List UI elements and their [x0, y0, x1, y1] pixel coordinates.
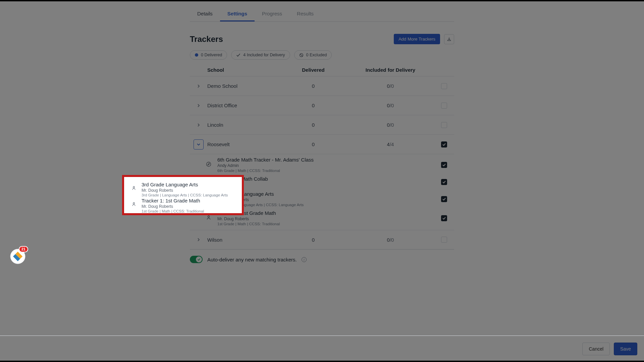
expand-toggle[interactable]	[194, 120, 204, 130]
auto-deliver-label: Auto-deliver any new matching trackers.	[207, 257, 297, 262]
tracker-author: Mr. Doug Roberts	[142, 204, 204, 209]
hl-row-2: Tracker 1: 1st Grade Math Mr. Doug Rober…	[131, 198, 204, 213]
tracker-checkbox[interactable]	[441, 196, 447, 202]
school-name: Wilson	[207, 237, 280, 243]
footer-scrim	[0, 336, 644, 362]
pill-included-label: 4 Included for Delivery	[243, 53, 285, 57]
delivered-count: 0	[280, 83, 347, 89]
section-actions: Add More Trackers	[394, 34, 454, 44]
add-trackers-button[interactable]: Add More Trackers	[394, 34, 440, 44]
help-badge: 21	[19, 246, 28, 252]
tab-settings[interactable]: Settings	[220, 6, 255, 21]
tab-progress[interactable]: Progress	[255, 6, 289, 21]
auto-deliver-row: Auto-deliver any new matching trackers. …	[190, 249, 454, 273]
school-row: Lincoln 0 0/0	[190, 115, 454, 134]
person-icon	[131, 202, 136, 208]
included-count: 0/0	[347, 237, 434, 243]
tracker-info: 6th Grade Math Tracker - Mr. Adams' Clas…	[217, 157, 367, 173]
main-content: Details Settings Progress Results Tracke…	[190, 0, 454, 273]
letterbox-bottom	[0, 361, 644, 362]
tracker-row: 6th Grade Math Tracker - Mr. Adams' Clas…	[190, 154, 454, 173]
check-icon	[236, 53, 240, 57]
col-school: School	[207, 67, 280, 73]
included-count: 0/0	[347, 103, 434, 108]
tracker-author: Mr. Doug Roberts	[217, 217, 367, 221]
school-row: District Office 0 0/0	[190, 96, 454, 115]
school-name: Lincoln	[207, 122, 280, 128]
chevron-right-icon	[197, 84, 201, 88]
include-checkbox[interactable]	[441, 83, 447, 89]
tab-results[interactable]: Results	[289, 6, 321, 21]
delivered-count: 0	[280, 237, 347, 243]
include-checkbox[interactable]	[441, 237, 447, 243]
auto-deliver-toggle[interactable]	[190, 256, 203, 263]
include-checkbox[interactable]	[441, 103, 447, 109]
tracker-title: 3rd Grade Language Arts	[142, 182, 228, 187]
expand-toggle[interactable]	[194, 81, 204, 91]
pill-delivered-label: 0 Delivered	[201, 53, 222, 57]
download-icon-button[interactable]	[444, 34, 454, 44]
included-count: 4/4	[347, 141, 434, 147]
tracker-checkbox[interactable]	[441, 162, 447, 168]
tracker-checkbox[interactable]	[441, 215, 447, 221]
compass-icon	[206, 162, 211, 168]
footer-bar: Cancel Save	[0, 336, 644, 362]
expand-toggle[interactable]	[194, 235, 204, 245]
toggle-knob	[196, 256, 202, 262]
school-name: Demo School	[207, 83, 280, 89]
chevron-right-icon	[197, 123, 201, 127]
col-included: Included for Delivery	[347, 67, 434, 73]
tracker-meta: 1st Grade | Math | CCSS: Traditional	[217, 222, 367, 226]
pill-delivered[interactable]: 0 Delivered	[190, 50, 227, 60]
person-icon	[206, 215, 211, 222]
tracker-meta: 1st Grade | Math | CCSS: Traditional	[142, 209, 204, 213]
tab-details[interactable]: Details	[190, 6, 220, 21]
download-icon	[447, 37, 451, 42]
filter-pills: 0 Delivered 4 Included for Delivery 0 Ex…	[190, 50, 454, 60]
school-row: Demo School 0 0/0	[190, 76, 454, 96]
pill-excluded-label: 0 Excluded	[306, 53, 327, 57]
highlight-cutout: 3rd Grade Language Arts Mr. Doug Roberts…	[124, 177, 242, 213]
ban-icon	[299, 53, 304, 57]
school-name: Roosevelt	[207, 141, 280, 147]
delivered-count: 0	[280, 103, 347, 108]
delivered-count: 0	[280, 141, 347, 147]
svg-point-3	[208, 216, 210, 217]
include-checkbox[interactable]	[441, 141, 447, 147]
chevron-right-icon	[197, 104, 201, 108]
dot-icon	[195, 53, 198, 57]
tracker-meta: 6th Grade | Math | CCSS: Traditional	[217, 169, 367, 173]
expand-toggle[interactable]	[194, 101, 204, 111]
cancel-button[interactable]: Cancel	[582, 343, 610, 355]
school-name: District Office	[207, 103, 280, 108]
tracker-author: Mr. Doug Roberts	[142, 188, 228, 193]
page-root: Details Settings Progress Results Tracke…	[0, 0, 644, 362]
section-title: Trackers	[190, 35, 223, 44]
person-icon	[131, 186, 136, 192]
school-row: Wilson 0 0/0	[190, 230, 454, 249]
letterbox-top	[0, 0, 644, 1]
expand-toggle[interactable]	[194, 139, 204, 149]
pill-excluded[interactable]: 0 Excluded	[294, 50, 332, 60]
check-icon	[442, 163, 446, 167]
check-icon	[442, 142, 446, 146]
check-icon	[197, 258, 201, 261]
pill-included[interactable]: 4 Included for Delivery	[231, 50, 290, 60]
svg-point-5	[133, 202, 135, 204]
included-count: 0/0	[347, 83, 434, 89]
info-icon[interactable]: i	[302, 257, 307, 262]
include-checkbox[interactable]	[441, 122, 447, 128]
table-header: School Delivered Included for Delivery	[190, 60, 454, 76]
chevron-down-icon	[197, 142, 201, 146]
help-launcher[interactable]: 21	[10, 249, 25, 264]
school-row: Roosevelt 0 4/4	[190, 134, 454, 154]
check-icon	[442, 180, 446, 184]
save-button[interactable]: Save	[614, 343, 637, 355]
hl-row-1: 3rd Grade Language Arts Mr. Doug Roberts…	[131, 182, 228, 197]
svg-point-4	[133, 186, 135, 188]
delivered-count: 0	[280, 122, 347, 128]
tracker-checkbox[interactable]	[441, 179, 447, 185]
included-count: 0/0	[347, 122, 434, 128]
check-icon	[442, 216, 446, 220]
svg-point-1	[207, 162, 211, 166]
